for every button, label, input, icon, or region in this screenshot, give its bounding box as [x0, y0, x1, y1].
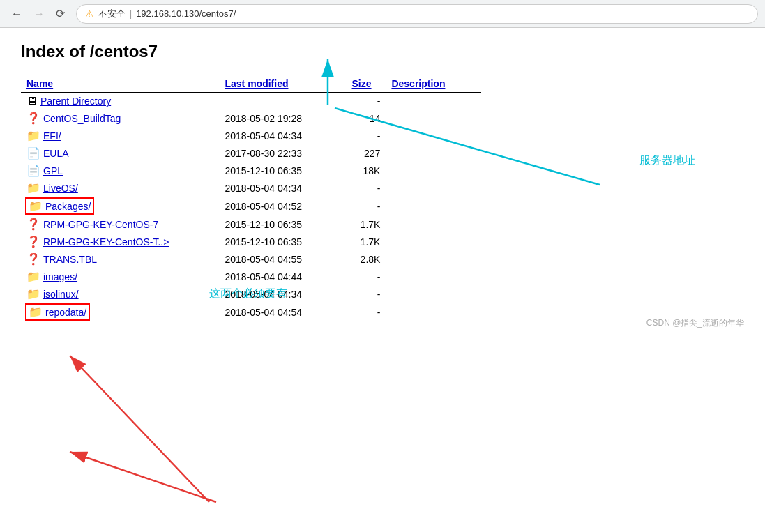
file-link[interactable]: Parent Directory [40, 96, 111, 107]
file-icon: 📄 [26, 146, 40, 160]
address-bar[interactable]: ⚠ 不安全 | 192.168.10.130/centos7/ [76, 4, 758, 24]
server-addr-label: 服务器地址 [639, 153, 695, 168]
file-name-cell: ❓TRANS.TBL [21, 250, 219, 268]
table-row: 📁Packages/2018-05-04 04:52- [21, 197, 481, 215]
file-modified: 2018-05-04 04:54 [219, 303, 346, 322]
file-link[interactable]: repodata/ [45, 307, 86, 318]
file-name-cell: ❓RPM-GPG-KEY-CentOS-7 [21, 215, 219, 233]
table-header-row: Name Last modified Size Description [21, 75, 481, 93]
file-link[interactable]: EFI/ [43, 130, 61, 142]
table-row: ❓CentOS_BuildTag2018-05-02 19:2814 [21, 109, 481, 127]
file-icon: ❓ [26, 252, 40, 266]
file-size: 1.7K [347, 233, 386, 250]
security-warning-label: 不安全 [98, 8, 126, 20]
file-link[interactable]: EULA [43, 148, 69, 159]
svg-line-4 [70, 356, 209, 502]
col-name-link[interactable]: Name [26, 78, 53, 89]
file-name-cell: 📁isolinux/ [21, 285, 219, 303]
table-row: 📁LiveOS/2018-05-04 04:34- [21, 179, 481, 197]
table-row: ❓RPM-GPG-KEY-CentOS-72015-12-10 06:351.7… [21, 215, 481, 233]
col-size-link[interactable]: Size [352, 78, 372, 89]
col-size-header: Size [347, 75, 386, 93]
nav-buttons: ← → ⟳ [7, 6, 69, 22]
browser-chrome: ← → ⟳ ⚠ 不安全 | 192.168.10.130/centos7/ [0, 0, 765, 28]
file-size: 1.7K [347, 215, 386, 233]
table-row: 📁images/2018-05-04 04:44- [21, 268, 481, 285]
file-name-cell: 📁Packages/ [21, 197, 219, 215]
file-link[interactable]: LiveOS/ [43, 183, 78, 194]
file-desc [386, 197, 481, 215]
file-modified: 2015-12-10 06:35 [219, 233, 346, 250]
address-separator: | [130, 9, 132, 19]
file-modified: 2018-05-04 04:34 [219, 127, 346, 144]
file-modified [219, 93, 346, 110]
col-name-header: Name [21, 75, 219, 93]
file-size: - [347, 197, 386, 215]
security-warning-icon: ⚠ [85, 8, 94, 20]
file-link[interactable]: RPM-GPG-KEY-CentOS-T..> [43, 236, 169, 248]
file-size: 14 [347, 109, 386, 127]
file-icon: 📁 [29, 305, 43, 319]
col-modified-link[interactable]: Last modified [225, 78, 288, 89]
file-icon: ❓ [26, 235, 40, 248]
file-desc [386, 127, 481, 144]
file-icon: 📁 [26, 129, 40, 142]
file-desc [386, 179, 481, 197]
file-icon: ❓ [26, 112, 40, 125]
file-name-cell: 📁repodata/ [21, 303, 219, 322]
file-link[interactable]: isolinux/ [43, 289, 79, 300]
file-icon: 📁 [26, 181, 40, 195]
back-button[interactable]: ← [7, 6, 26, 22]
file-desc [386, 268, 481, 285]
file-modified: 2018-05-04 04:55 [219, 250, 346, 268]
forward-button[interactable]: → [29, 6, 49, 22]
col-modified-header: Last modified [219, 75, 346, 93]
page-content: Index of /centos7 Name Last modified Siz… [0, 28, 765, 336]
file-size: - [347, 127, 386, 144]
file-desc [386, 215, 481, 233]
file-name-cell: 📁images/ [21, 268, 219, 285]
file-size: 227 [347, 144, 386, 162]
file-modified: 2018-05-04 04:34 [219, 285, 346, 303]
file-modified: 2018-05-04 04:44 [219, 268, 346, 285]
file-modified: 2017-08-30 22:33 [219, 144, 346, 162]
file-name-cell: 📁LiveOS/ [21, 179, 219, 197]
file-link[interactable]: CentOS_BuildTag [43, 113, 121, 124]
col-desc-link[interactable]: Description [391, 78, 445, 89]
table-row: 📁isolinux/2018-05-04 04:34- [21, 285, 481, 303]
table-row: 📁EFI/2018-05-04 04:34- [21, 127, 481, 144]
file-link[interactable]: images/ [43, 271, 77, 282]
table-row: ❓TRANS.TBL2018-05-04 04:552.8K [21, 250, 481, 268]
file-size: - [347, 268, 386, 285]
file-size: - [347, 303, 386, 322]
file-name-cell: ❓RPM-GPG-KEY-CentOS-T..> [21, 233, 219, 250]
file-modified: 2018-05-04 04:52 [219, 197, 346, 215]
file-icon: 📁 [29, 199, 43, 213]
table-row: 📁repodata/2018-05-04 04:54- [21, 303, 481, 322]
col-desc-header: Description [386, 75, 481, 93]
table-row: ❓RPM-GPG-KEY-CentOS-T..>2015-12-10 06:35… [21, 233, 481, 250]
url-text: 192.168.10.130/centos7/ [136, 8, 236, 19]
file-desc [386, 233, 481, 250]
file-icon: 📁 [26, 270, 40, 283]
file-size: 2.8K [347, 250, 386, 268]
file-link[interactable]: TRANS.TBL [43, 254, 97, 265]
page-title: Index of /centos7 [21, 42, 744, 61]
file-desc [386, 285, 481, 303]
file-icon: 📄 [26, 164, 40, 177]
file-link[interactable]: Packages/ [45, 201, 91, 212]
file-size: - [347, 285, 386, 303]
file-desc [386, 162, 481, 179]
table-row: 📄GPL2015-12-10 06:3518K [21, 162, 481, 179]
file-modified: 2015-12-10 06:35 [219, 162, 346, 179]
reload-button[interactable]: ⟳ [52, 6, 69, 22]
file-link[interactable]: GPL [43, 165, 63, 176]
file-modified: 2018-05-04 04:34 [219, 179, 346, 197]
file-desc [386, 109, 481, 127]
file-desc [386, 93, 481, 110]
file-icon: 📁 [26, 287, 40, 301]
file-desc [386, 303, 481, 322]
file-link[interactable]: RPM-GPG-KEY-CentOS-7 [43, 219, 158, 230]
file-name-cell: 📄GPL [21, 162, 219, 179]
file-size: 18K [347, 162, 386, 179]
